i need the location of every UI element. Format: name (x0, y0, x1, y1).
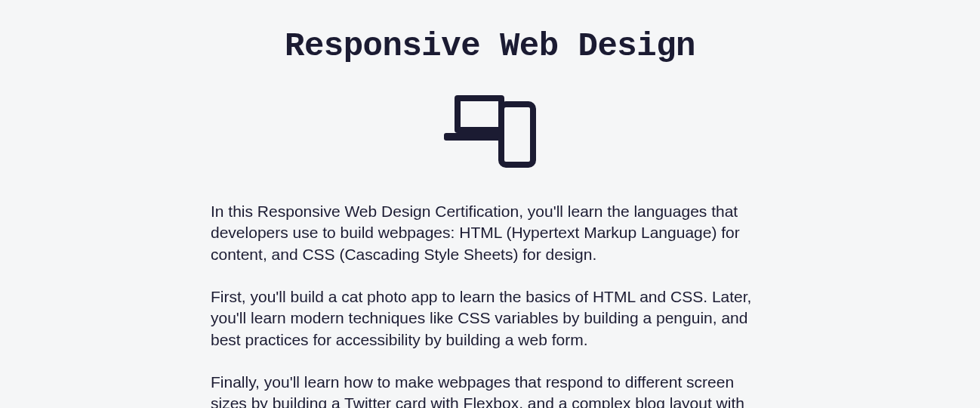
svg-rect-1 (461, 101, 498, 127)
responsive-web-design-icon (444, 95, 536, 171)
icon-wrapper (211, 95, 769, 171)
svg-rect-3 (501, 104, 533, 165)
description-section: In this Responsive Web Design Certificat… (211, 201, 769, 408)
content-container: Responsive Web Design In this Responsive… (203, 27, 777, 408)
description-paragraph: First, you'll build a cat photo app to l… (211, 286, 769, 351)
description-paragraph: Finally, you'll learn how to make webpag… (211, 372, 769, 408)
description-paragraph: In this Responsive Web Design Certificat… (211, 201, 769, 265)
page-title: Responsive Web Design (211, 27, 769, 65)
